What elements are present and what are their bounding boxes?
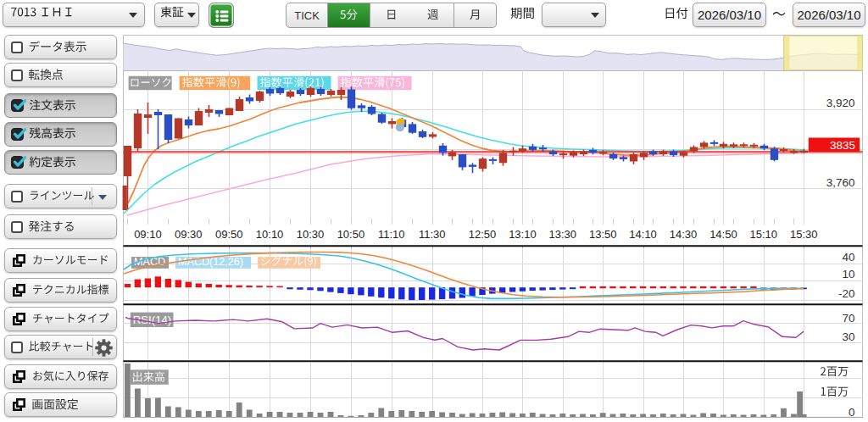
svg-text:15:30: 15:30	[790, 228, 818, 241]
svg-text:13:50: 13:50	[589, 228, 617, 241]
svg-text:12:50: 12:50	[469, 228, 497, 241]
svg-text:10:50: 10:50	[337, 228, 365, 241]
svg-text:3,920: 3,920	[826, 97, 855, 109]
svg-text:40: 40	[842, 251, 854, 264]
svg-text:11:10: 11:10	[378, 228, 405, 241]
svg-text:3835: 3835	[830, 139, 855, 152]
svg-text:0: 0	[849, 406, 855, 419]
svg-text:09:10: 09:10	[134, 228, 162, 241]
svg-text:-20: -20	[838, 287, 855, 300]
svg-text:13:30: 13:30	[549, 228, 577, 241]
svg-text:30: 30	[842, 330, 854, 343]
svg-text:10:30: 10:30	[297, 228, 325, 241]
svg-text:70: 70	[842, 312, 854, 325]
svg-text:10: 10	[842, 268, 854, 280]
svg-text:15:10: 15:10	[750, 228, 778, 241]
svg-text:14:50: 14:50	[709, 228, 737, 241]
svg-text:10:10: 10:10	[256, 228, 284, 241]
svg-text:11:30: 11:30	[419, 228, 446, 241]
svg-text:09:50: 09:50	[215, 228, 243, 241]
svg-text:3,760: 3,760	[826, 176, 855, 189]
svg-text:14:10: 14:10	[629, 228, 657, 241]
svg-text:09:30: 09:30	[175, 228, 203, 241]
svg-text:14:30: 14:30	[670, 228, 698, 241]
svg-text:13:10: 13:10	[509, 228, 537, 241]
